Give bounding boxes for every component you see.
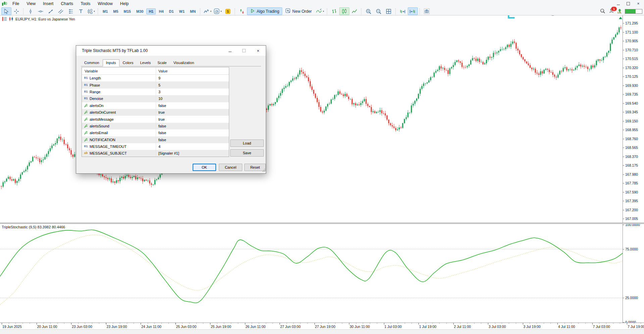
price-axis[interactable]: 171.295171.100170.905170.710170.515170.3… <box>623 15 644 323</box>
dialog-close-button[interactable]: × <box>251 46 265 56</box>
param-value[interactable]: 3 <box>155 90 160 94</box>
param-value[interactable]: false <box>155 104 166 108</box>
candlestick-chart-button[interactable] <box>339 7 349 15</box>
param-row-message_subject[interactable]: abMESSAGE_SUBJECT[Signaler #1] <box>82 150 229 157</box>
tab-scale[interactable]: Scale <box>154 59 170 66</box>
timeframe-m1[interactable]: M1 <box>100 8 110 14</box>
tab-colors[interactable]: Colors <box>119 59 137 66</box>
tab-inputs[interactable]: Inputs <box>103 59 119 66</box>
menu-item-tools[interactable]: Tools <box>77 0 94 7</box>
param-value[interactable]: 4 <box>155 145 160 149</box>
param-row-alertssound[interactable]: alertsSoundfalse <box>82 123 229 129</box>
cursor-tool[interactable] <box>1 7 11 15</box>
vertical-line-tool[interactable] <box>26 7 36 15</box>
param-value[interactable]: false <box>155 131 166 135</box>
numeric-param-icon: 01 <box>83 84 89 87</box>
line-chart-button[interactable] <box>349 7 359 15</box>
shapes-tool[interactable]: ▾ <box>86 7 96 15</box>
param-value[interactable]: false <box>155 124 166 128</box>
indicators-menu[interactable]: ▾ <box>202 7 212 15</box>
cancel-button[interactable]: Cancel <box>219 164 242 171</box>
load-button[interactable]: Load <box>230 140 264 147</box>
menu-item-charts[interactable]: Charts <box>57 0 77 7</box>
price-axis-tick <box>623 148 624 148</box>
save-button[interactable]: Save <box>230 149 264 157</box>
symbols-button[interactable]: $ <box>223 7 233 15</box>
timeframe-m30[interactable]: M30 <box>134 8 146 14</box>
timeframe-h1[interactable]: H1 <box>146 8 156 14</box>
timeframe-d1[interactable]: D1 <box>167 8 176 14</box>
new-order-button[interactable]: New Order <box>282 7 315 15</box>
param-row-alertsmessage[interactable]: alertsMessagetrue <box>82 116 229 122</box>
fibonacci-tool[interactable] <box>66 7 76 15</box>
param-value[interactable]: 10 <box>155 97 162 101</box>
auto-scroll-button[interactable] <box>398 7 408 15</box>
timeframe-m5[interactable]: M5 <box>111 8 120 14</box>
time-axis[interactable]: 19 Jun 202520 Jun 11:0023 Jun 03:0023 Ju… <box>0 323 644 329</box>
time-axis-minor-tick <box>57 323 58 324</box>
price-axis-label: 170.710 <box>625 48 638 52</box>
user-notifications-button[interactable]: 1 <box>609 8 614 15</box>
param-row-alertson[interactable]: alertsOnfalse <box>82 102 229 109</box>
param-value[interactable]: true <box>155 117 165 121</box>
depth-of-market-button[interactable] <box>237 7 247 15</box>
param-row-length[interactable]: 01Length9 <box>82 75 229 81</box>
pane-splitter[interactable] <box>0 223 644 224</box>
window-close-button[interactable]: × <box>634 1 643 7</box>
price-axis-tick <box>623 219 624 219</box>
tile-windows-button[interactable] <box>384 7 394 15</box>
param-row-phase[interactable]: 01Phase5 <box>82 81 229 88</box>
chart-objects-button[interactable]: ▾ <box>315 7 325 15</box>
bar-chart-button[interactable] <box>329 7 339 15</box>
param-value[interactable]: true <box>155 110 165 114</box>
crosshair-tool[interactable] <box>11 7 21 15</box>
time-axis-minor-tick <box>168 323 169 324</box>
toolbar-separator <box>200 8 201 14</box>
menu-item-insert[interactable]: Insert <box>39 0 57 7</box>
timeframe-mn[interactable]: MN <box>188 8 198 14</box>
param-value[interactable]: 9 <box>155 76 160 80</box>
trendline-tool[interactable] <box>46 7 56 15</box>
param-row-notification[interactable]: NOTIFICATIONfalse <box>82 136 229 143</box>
menu-item-window[interactable]: Window <box>94 0 116 7</box>
zoom-out-button[interactable] <box>374 7 384 15</box>
tab-visualization[interactable]: Visualization <box>170 59 198 66</box>
param-row-denoise[interactable]: 01Denoise10 <box>82 95 229 102</box>
window-restore-button[interactable] <box>624 1 633 7</box>
dialog-maximize-button[interactable] <box>237 46 251 56</box>
zoom-in-button[interactable] <box>363 7 374 15</box>
price-axis-label: 167.395 <box>625 199 638 203</box>
param-row-alertsoncurrent[interactable]: alertsOnCurrenttrue <box>82 109 229 116</box>
menu-item-help[interactable]: Help <box>116 0 133 7</box>
param-value[interactable]: false <box>155 138 166 142</box>
dialog-titlebar[interactable]: Triple Stochastic MT5 by TFLab 1.00 × <box>76 46 266 56</box>
ok-button[interactable]: OK <box>193 164 216 171</box>
timeframe-w1[interactable]: W1 <box>177 8 187 14</box>
param-value[interactable]: 5 <box>155 83 160 87</box>
stochastic-indicator-chart[interactable] <box>0 224 623 323</box>
horizontal-line-tool[interactable] <box>36 7 46 15</box>
indicator-pane[interactable]: TripleStochastic (9,5) 83.3982 80.4466 <box>0 224 623 323</box>
search-icon[interactable] <box>600 8 605 15</box>
channel-tool[interactable] <box>56 7 66 15</box>
param-row-alertsemail[interactable]: alertsEmailfalse <box>82 129 229 136</box>
price-axis-label: 167.590 <box>625 190 638 194</box>
algo-trading-button[interactable]: Algo Trading <box>247 7 282 15</box>
chart-shift-button[interactable] <box>408 7 418 15</box>
param-value[interactable]: [Signaler #1] <box>155 151 179 155</box>
param-row-range[interactable]: 01Range3 <box>82 89 229 95</box>
param-row-message_timeout[interactable]: 01MESSAGE_TIMEOUT4 <box>82 143 229 150</box>
screenshot-button[interactable] <box>422 7 432 15</box>
time-axis-tick <box>314 323 315 325</box>
timeframe-h4[interactable]: H4 <box>156 8 166 14</box>
menu-item-file[interactable]: File <box>9 0 23 7</box>
dialog-resize-grip[interactable] <box>262 167 265 173</box>
text-tool[interactable] <box>76 7 86 15</box>
objects-menu[interactable]: ▾ <box>212 7 223 15</box>
tab-common[interactable]: Common <box>81 59 103 66</box>
menu-item-view[interactable]: View <box>23 0 39 7</box>
window-minimize-button[interactable] <box>614 1 623 7</box>
timeframe-m15[interactable]: M15 <box>121 8 133 14</box>
dialog-minimize-button[interactable] <box>223 46 237 56</box>
tab-levels[interactable]: Levels <box>137 59 154 66</box>
